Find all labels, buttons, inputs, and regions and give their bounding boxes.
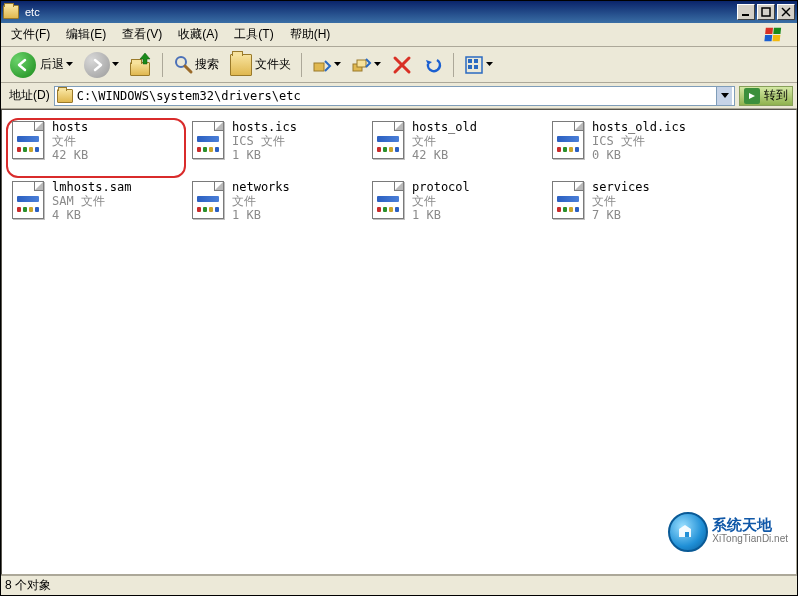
file-size: 7 KB xyxy=(592,208,650,222)
watermark-cn: 系统天地 xyxy=(712,518,788,532)
address-path: C:\WINDOWS\system32\drivers\etc xyxy=(77,89,716,103)
menu-favorites[interactable]: 收藏(A) xyxy=(170,24,226,45)
svg-rect-7 xyxy=(772,35,780,41)
file-size: 1 KB xyxy=(412,208,470,222)
windows-flag-icon xyxy=(757,25,793,45)
explorer-window: etc 文件(F) 编辑(E) 查看(V) 收藏(A) 工具(T) 帮助(H) … xyxy=(0,0,798,596)
watermark-badge-icon xyxy=(668,512,708,552)
go-button[interactable]: 转到 xyxy=(739,86,793,106)
svg-rect-4 xyxy=(765,28,773,34)
address-input[interactable]: C:\WINDOWS\system32\drivers\etc xyxy=(54,86,735,106)
file-name: protocol xyxy=(412,180,470,194)
file-name: networks xyxy=(232,180,290,194)
file-type: 文件 xyxy=(592,194,650,208)
file-size: 1 KB xyxy=(232,148,297,162)
file-icon xyxy=(190,180,226,220)
folder-icon xyxy=(57,89,73,103)
file-item[interactable]: services 文件 7 KB xyxy=(546,178,726,238)
back-label: 后退 xyxy=(40,56,64,73)
file-icon xyxy=(10,120,46,160)
svg-rect-17 xyxy=(474,59,478,63)
menu-view[interactable]: 查看(V) xyxy=(114,24,170,45)
file-icon xyxy=(370,120,406,160)
file-pane[interactable]: hosts 文件 42 KB hosts.ics ICS 文件 1 KB hos… xyxy=(1,109,797,575)
undo-button[interactable] xyxy=(418,50,448,80)
search-icon xyxy=(173,54,195,76)
move-to-button[interactable] xyxy=(307,50,346,80)
file-type: ICS 文件 xyxy=(592,134,686,148)
folders-icon xyxy=(230,54,252,76)
chevron-down-icon[interactable] xyxy=(486,61,493,68)
file-icon xyxy=(370,180,406,220)
file-item[interactable]: hosts_old.ics ICS 文件 0 KB xyxy=(546,118,726,178)
up-button[interactable] xyxy=(125,50,157,80)
menu-file[interactable]: 文件(F) xyxy=(3,24,58,45)
file-item[interactable]: hosts 文件 42 KB xyxy=(6,118,186,178)
views-icon xyxy=(464,55,484,75)
menu-tools[interactable]: 工具(T) xyxy=(226,24,281,45)
file-icon xyxy=(550,120,586,160)
file-icon xyxy=(190,120,226,160)
maximize-button[interactable] xyxy=(757,4,775,20)
close-button[interactable] xyxy=(777,4,795,20)
folders-button[interactable]: 文件夹 xyxy=(225,50,296,80)
move-to-icon xyxy=(312,55,332,75)
minimize-button[interactable] xyxy=(737,4,755,20)
menu-help[interactable]: 帮助(H) xyxy=(282,24,339,45)
watermark: 系统天地 XiTongTianDi.net xyxy=(668,512,788,552)
file-type: 文件 xyxy=(52,134,88,148)
statusbar: 8 个对象 xyxy=(1,575,797,595)
svg-rect-19 xyxy=(474,65,478,69)
file-type: 文件 xyxy=(412,134,477,148)
file-name: hosts.ics xyxy=(232,120,297,134)
delete-icon xyxy=(392,55,412,75)
file-item[interactable]: hosts.ics ICS 文件 1 KB xyxy=(186,118,366,178)
file-item[interactable]: networks 文件 1 KB xyxy=(186,178,366,238)
copy-to-icon xyxy=(352,55,372,75)
toolbar-separator xyxy=(453,53,454,77)
titlebar-folder-icon xyxy=(3,5,19,19)
go-arrow-icon xyxy=(744,88,760,104)
delete-button[interactable] xyxy=(387,50,417,80)
file-item[interactable]: lmhosts.sam SAM 文件 4 KB xyxy=(6,178,186,238)
search-label: 搜索 xyxy=(195,56,219,73)
folders-label: 文件夹 xyxy=(255,56,291,73)
file-item[interactable]: protocol 文件 1 KB xyxy=(366,178,546,238)
back-arrow-icon xyxy=(10,52,36,78)
search-button[interactable]: 搜索 xyxy=(168,50,224,80)
chevron-down-icon[interactable] xyxy=(66,61,73,68)
menubar: 文件(F) 编辑(E) 查看(V) 收藏(A) 工具(T) 帮助(H) xyxy=(1,23,797,47)
chevron-down-icon[interactable] xyxy=(374,61,381,68)
file-name: hosts_old xyxy=(412,120,477,134)
svg-rect-6 xyxy=(764,35,772,41)
file-size: 4 KB xyxy=(52,208,131,222)
forward-button[interactable] xyxy=(79,50,124,80)
file-icon xyxy=(550,180,586,220)
copy-to-button[interactable] xyxy=(347,50,386,80)
file-item[interactable]: hosts_old 文件 42 KB xyxy=(366,118,546,178)
svg-rect-16 xyxy=(468,59,472,63)
go-label: 转到 xyxy=(764,87,788,104)
file-name: lmhosts.sam xyxy=(52,180,131,194)
file-type: SAM 文件 xyxy=(52,194,131,208)
file-type: 文件 xyxy=(232,194,290,208)
toolbar: 后退 搜索 文件夹 xyxy=(1,47,797,83)
file-size: 42 KB xyxy=(52,148,88,162)
svg-rect-20 xyxy=(685,532,689,537)
back-button[interactable]: 后退 xyxy=(5,50,78,80)
file-name: hosts_old.ics xyxy=(592,120,686,134)
titlebar: etc xyxy=(1,1,797,23)
file-size: 0 KB xyxy=(592,148,686,162)
file-icon xyxy=(10,180,46,220)
address-bar: 地址(D) C:\WINDOWS\system32\drivers\etc 转到 xyxy=(1,83,797,109)
folder-up-icon xyxy=(130,54,152,76)
address-dropdown[interactable] xyxy=(716,87,732,105)
undo-icon xyxy=(423,55,443,75)
file-name: hosts xyxy=(52,120,88,134)
views-button[interactable] xyxy=(459,50,498,80)
file-name: services xyxy=(592,180,650,194)
menu-edit[interactable]: 编辑(E) xyxy=(58,24,114,45)
chevron-down-icon[interactable] xyxy=(334,61,341,68)
chevron-down-icon[interactable] xyxy=(112,61,119,68)
address-label: 地址(D) xyxy=(5,87,54,104)
